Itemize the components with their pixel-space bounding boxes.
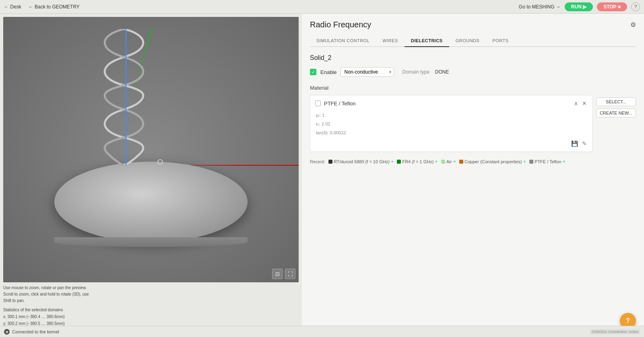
recent-name-5: PTFE / Teflon bbox=[535, 159, 561, 164]
disk-edge bbox=[54, 237, 248, 247]
stop-button[interactable]: STOP ■ bbox=[597, 2, 627, 11]
3d-viewport[interactable]: ⊡ ⛶ bbox=[3, 17, 299, 282]
tab-wires[interactable]: WIRES bbox=[376, 35, 405, 47]
tab-grounds[interactable]: GROUNDS bbox=[449, 35, 486, 47]
axis-origin-dot bbox=[157, 159, 163, 165]
save-material-button[interactable]: 💾 bbox=[570, 140, 579, 148]
domain-type-select[interactable]: Non-conductive Conductive Perfect conduc… bbox=[341, 67, 394, 77]
topbar-left: ← Desk ← Back to GEOMETRY bbox=[4, 4, 80, 10]
tab-dielectrics[interactable]: DIELECTRICS bbox=[405, 35, 449, 47]
kernel-status: ◈ Connected to the kernel bbox=[4, 329, 59, 335]
material-card-footer: 💾 ✎ bbox=[315, 140, 588, 148]
topbar-right: Go to MESHING → RUN ▶ STOP ■ ? bbox=[519, 2, 640, 11]
recent-item-3[interactable]: Air + bbox=[441, 158, 456, 164]
hint-line-2: Scroll to zoom, click and hold to rotate… bbox=[3, 291, 299, 298]
solid-name: Solid_2 bbox=[310, 54, 636, 62]
recent-name-2: FR4 (f = 1 GHz) bbox=[402, 159, 433, 164]
settings-icon[interactable]: ⚙ bbox=[630, 21, 636, 29]
recent-name-3: Air bbox=[446, 159, 452, 164]
recent-add-2[interactable]: + bbox=[435, 158, 438, 164]
create-new-material-button[interactable]: CREATE NEW... bbox=[596, 109, 636, 117]
domain-select-wrapper: Non-conductive Conductive Perfect conduc… bbox=[341, 67, 394, 77]
material-row: PTFE / Teflon ∧ ✕ μᵣ: 1 εᵣ: 2.02 tan(δ):… bbox=[310, 95, 636, 156]
tab-simulation-control[interactable]: SIMULATION CONTROL bbox=[310, 35, 376, 47]
domain-type-label: Domain type bbox=[402, 69, 429, 75]
material-section-title: Material bbox=[310, 85, 636, 91]
recent-color-1 bbox=[328, 160, 332, 164]
material-name: PTFE / Teflon bbox=[324, 101, 356, 107]
material-checkbox[interactable] bbox=[315, 101, 321, 106]
edit-material-button[interactable]: ✎ bbox=[581, 140, 588, 148]
material-card: PTFE / Teflon ∧ ✕ μᵣ: 1 εᵣ: 2.02 tan(δ):… bbox=[310, 95, 593, 152]
help-button[interactable]: ? bbox=[631, 2, 640, 11]
panel-title: Radio Frequency bbox=[310, 20, 371, 29]
go-to-meshing-button[interactable]: Go to MESHING → bbox=[519, 4, 561, 10]
enable-row: ✓ Enable Non-conductive Conductive Perfe… bbox=[310, 67, 636, 77]
prop-tan-delta: tan(δ): 0.00022 bbox=[316, 128, 588, 137]
material-card-left: PTFE / Teflon bbox=[315, 101, 356, 107]
main-layout: ⊡ ⛶ Use mouse to zoom, rotate or pan the… bbox=[0, 14, 644, 337]
hint-line-3: Shift to pan. bbox=[3, 298, 299, 304]
scene: ⊡ ⛶ bbox=[3, 17, 299, 282]
recent-add-1[interactable]: + bbox=[391, 158, 394, 164]
panel-header: Radio Frequency ⚙ bbox=[310, 20, 636, 29]
expand-material-button[interactable]: ∧ bbox=[573, 99, 579, 107]
recent-item-2[interactable]: FR4 (f = 1 GHz) + bbox=[397, 158, 438, 164]
material-card-icons: ∧ ✕ bbox=[573, 99, 588, 107]
tabs-bar: SIMULATION CONTROL WIRES DIELECTRICS GRO… bbox=[310, 35, 636, 47]
prop-mu-r: μᵣ: 1 bbox=[316, 111, 588, 119]
topbar: ← Desk ← Back to GEOMETRY Go to MESHING … bbox=[0, 0, 644, 14]
bottom-bar: ◈ Connected to the kernel COMSOL Connect… bbox=[0, 326, 644, 337]
enable-checkbox[interactable]: ✓ bbox=[310, 69, 316, 75]
disk-object bbox=[54, 162, 248, 242]
recent-item-1[interactable]: RT/duroid 5880 (f = 10 GHz) + bbox=[328, 158, 394, 164]
viewport-controls: ⊡ ⛶ bbox=[272, 269, 295, 279]
desk-link[interactable]: ← Desk bbox=[4, 4, 21, 10]
fit-view-button[interactable]: ⊡ bbox=[272, 269, 283, 279]
recent-item-5[interactable]: PTFE / Teflon + bbox=[529, 158, 566, 164]
hint-line-1: Use mouse to zoom, rotate or pan the pre… bbox=[3, 285, 299, 291]
recent-add-5[interactable]: + bbox=[563, 158, 566, 164]
helix-svg bbox=[92, 29, 156, 166]
right-panel: Radio Frequency ⚙ SIMULATION CONTROL WIR… bbox=[302, 14, 644, 337]
recent-color-3 bbox=[441, 160, 445, 164]
enable-label: Enable bbox=[320, 69, 336, 75]
stat-x: x: 300.1 mm (−380.4 … 380.6mm) bbox=[3, 313, 299, 320]
viewport-hints: Use mouse to zoom, rotate or pan the pre… bbox=[3, 285, 299, 304]
material-card-header: PTFE / Teflon ∧ ✕ bbox=[315, 99, 588, 107]
run-button[interactable]: RUN ▶ bbox=[565, 2, 593, 11]
recent-color-2 bbox=[397, 160, 401, 164]
recent-item-4[interactable]: Copper (Constant properties) + bbox=[459, 158, 526, 164]
recent-name-1: RT/duroid 5880 (f = 10 GHz) bbox=[334, 159, 390, 164]
kernel-label: Connected to the kernel bbox=[12, 329, 59, 334]
recent-add-3[interactable]: + bbox=[453, 158, 456, 164]
back-geometry-link[interactable]: ← Back to GEOMETRY bbox=[29, 4, 80, 10]
select-material-button[interactable]: SELECT... bbox=[596, 97, 636, 106]
material-properties: μᵣ: 1 εᵣ: 2.02 tan(δ): 0.00022 bbox=[315, 111, 588, 137]
stats-title: Statistics of the selected domains bbox=[3, 306, 299, 313]
tab-ports[interactable]: PORTS bbox=[486, 35, 515, 47]
fullscreen-button[interactable]: ⛶ bbox=[285, 269, 295, 279]
viewport-panel: ⊡ ⛶ Use mouse to zoom, rotate or pan the… bbox=[0, 14, 302, 337]
recent-label: Recent: bbox=[310, 159, 325, 164]
recent-color-5 bbox=[529, 160, 533, 164]
bottom-right-info: COMSOL Connection: Active bbox=[590, 329, 640, 334]
prop-epsilon-r: εᵣ: 2.02 bbox=[316, 119, 588, 128]
recent-bar: Recent: RT/duroid 5880 (f = 10 GHz) + FR… bbox=[310, 158, 636, 164]
domain-type-done: DONE bbox=[435, 69, 449, 75]
material-action-buttons: SELECT... CREATE NEW... bbox=[596, 95, 636, 117]
remove-material-button[interactable]: ✕ bbox=[581, 99, 588, 107]
kernel-icon: ◈ bbox=[4, 329, 10, 335]
recent-color-4 bbox=[459, 160, 463, 164]
recent-name-4: Copper (Constant properties) bbox=[464, 159, 522, 164]
material-section: Material PTFE / Teflon ∧ ✕ μᵣ bbox=[310, 85, 636, 164]
recent-add-4[interactable]: + bbox=[523, 158, 526, 164]
